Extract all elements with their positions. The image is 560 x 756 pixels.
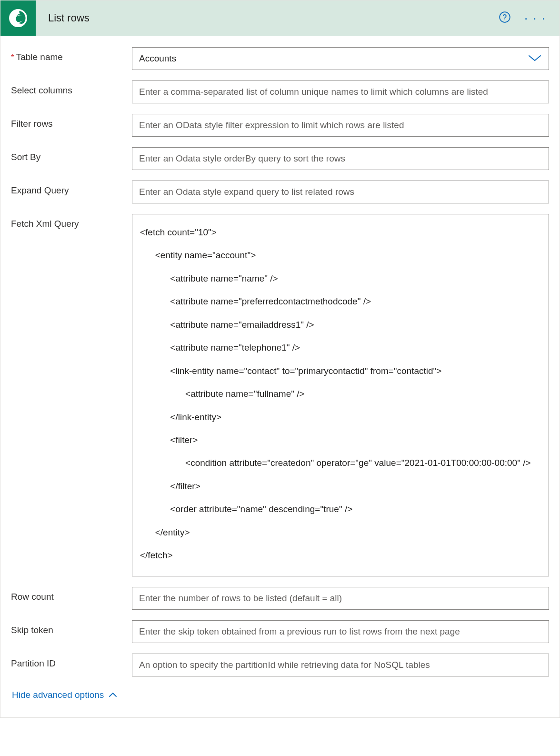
dataverse-icon xyxy=(0,0,36,36)
expand-query-input[interactable] xyxy=(132,181,549,203)
svg-point-1 xyxy=(500,12,510,22)
field-label: Select columns xyxy=(11,81,132,96)
header-actions: · · · xyxy=(499,11,552,26)
field-label: Partition ID xyxy=(11,654,132,669)
help-icon[interactable] xyxy=(499,11,511,26)
card-body: * Table name Accounts Select columns xyxy=(0,36,560,717)
link-label: Hide advanced options xyxy=(12,690,104,700)
field-row-sort-by: Sort By xyxy=(11,147,549,170)
hide-advanced-options-link[interactable]: Hide advanced options xyxy=(12,690,117,700)
filter-rows-input[interactable] xyxy=(132,114,549,137)
select-columns-input[interactable] xyxy=(132,81,549,103)
field-row-row-count: Row count xyxy=(11,587,549,610)
more-icon[interactable]: · · · xyxy=(524,12,546,24)
table-name-select[interactable]: Accounts xyxy=(132,47,549,70)
field-label: Fetch Xml Query xyxy=(11,214,132,229)
field-row-select-columns: Select columns xyxy=(11,81,549,103)
field-row-filter-rows: Filter rows xyxy=(11,114,549,137)
required-indicator: * xyxy=(11,53,14,62)
footer: Hide advanced options xyxy=(11,676,549,704)
partition-id-input[interactable] xyxy=(132,654,549,676)
field-label: * Table name xyxy=(11,47,132,62)
fetch-xml-textarea[interactable]: <fetch count="10"> <entity name="account… xyxy=(132,214,549,576)
svg-point-2 xyxy=(504,19,505,20)
field-label: Row count xyxy=(11,587,132,602)
field-row-partition-id: Partition ID xyxy=(11,654,549,676)
card-title: List rows xyxy=(48,12,499,24)
field-label: Sort By xyxy=(11,147,132,162)
field-row-skip-token: Skip token xyxy=(11,620,549,643)
field-label: Filter rows xyxy=(11,114,132,129)
field-row-table-name: * Table name Accounts xyxy=(11,47,549,70)
field-row-fetch-xml: Fetch Xml Query <fetch count="10"> <enti… xyxy=(11,214,549,576)
list-rows-card: List rows · · · * Table name Accounts xyxy=(0,0,560,718)
chevron-down-icon xyxy=(528,53,542,64)
field-row-expand-query: Expand Query xyxy=(11,181,549,203)
select-value: Accounts xyxy=(139,53,176,64)
field-label: Skip token xyxy=(11,620,132,635)
card-header: List rows · · · xyxy=(0,0,560,36)
skip-token-input[interactable] xyxy=(132,620,549,643)
field-label: Expand Query xyxy=(11,181,132,196)
sort-by-input[interactable] xyxy=(132,147,549,170)
chevron-up-icon xyxy=(109,690,117,700)
row-count-input[interactable] xyxy=(132,587,549,610)
